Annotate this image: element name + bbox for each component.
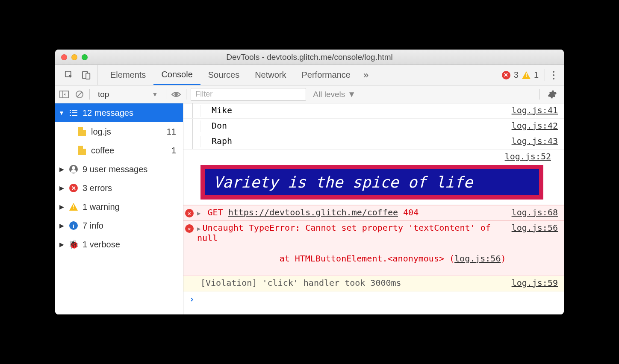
live-expression-icon[interactable]: [171, 90, 182, 99]
source-link[interactable]: log.js:56: [512, 223, 560, 233]
traffic-lights: [55, 54, 88, 60]
filter-input[interactable]: [191, 88, 306, 101]
source-link[interactable]: log.js:42: [512, 120, 560, 131]
divider: [545, 69, 545, 81]
request-url[interactable]: https://devtools.glitch.me/coffee: [228, 207, 398, 217]
list-icon: [69, 109, 78, 116]
devtools-window: DevTools - devtools.glitch.me/console/lo…: [55, 50, 564, 314]
console-filter-bar: top ▼ All levels ▼: [55, 85, 564, 103]
sidebar-file-coffee[interactable]: coffee 1: [55, 141, 183, 160]
svg-rect-2: [86, 73, 90, 79]
expand-icon[interactable]: ▶: [197, 210, 200, 217]
chevron-down-icon: ▼: [348, 90, 356, 99]
caret-right-icon: ▶: [59, 241, 65, 248]
log-levels-selector[interactable]: All levels ▼: [310, 90, 358, 99]
source-link[interactable]: log.js:68: [512, 207, 560, 217]
bug-icon: 🐞: [69, 239, 78, 250]
close-button[interactable]: [61, 54, 67, 60]
caret-right-icon: ▶: [59, 166, 65, 173]
styled-log-text: Variety is the spice of life: [200, 165, 543, 200]
sidebar-all-messages[interactable]: ▼ 12 messages: [55, 103, 183, 122]
log-text: Raph: [200, 136, 512, 146]
maximize-button[interactable]: [82, 54, 88, 60]
info-icon: i: [69, 221, 78, 230]
log-row[interactable]: Don log.js:42: [183, 119, 564, 134]
levels-label: All levels: [313, 90, 345, 99]
tab-performance[interactable]: Performance: [294, 65, 359, 85]
log-row[interactable]: Mike log.js:41: [183, 103, 564, 119]
tab-network[interactable]: Network: [247, 65, 294, 85]
error-badge-icon[interactable]: ✕: [502, 71, 510, 79]
sidebar-warnings[interactable]: ▶ 1 warning: [55, 197, 183, 216]
divider: [186, 89, 186, 100]
error-message: Uncaught TypeError: Cannot set property …: [197, 223, 491, 243]
sidebar-info[interactable]: ▶ i 7 info: [55, 216, 183, 235]
chevron-down-icon: ▼: [152, 91, 158, 98]
sidebar-errors[interactable]: ▶ ✕ 3 errors: [55, 179, 183, 197]
stack-source-link[interactable]: log.js:56: [454, 253, 501, 264]
file-icon: [77, 146, 87, 155]
divider: [539, 89, 540, 100]
caret-right-icon: ▶: [59, 185, 65, 191]
caret-right-icon: ▶: [59, 222, 65, 229]
error-icon: ✕: [185, 224, 194, 233]
kebab-menu-icon[interactable]: [547, 71, 560, 79]
caret-right-icon: ▶: [59, 203, 65, 210]
svg-point-7: [175, 93, 177, 96]
console-output: Mike log.js:41 Don log.js:42 Raph log.js…: [183, 103, 564, 314]
source-link[interactable]: log.js:43: [512, 136, 560, 146]
context-label: top: [98, 90, 109, 99]
sidebar-file-logjs[interactable]: log.js 11: [55, 122, 183, 141]
main-split: ▼ 12 messages log.js 11 coffee 1: [55, 103, 564, 314]
inspect-element-icon[interactable]: [65, 70, 74, 80]
toolbar: Elements Console Sources Network Perform…: [55, 65, 564, 85]
titlebar: DevTools - devtools.glitch.me/console/lo…: [55, 50, 564, 65]
tabs-overflow-icon[interactable]: »: [358, 70, 374, 81]
source-link[interactable]: log.js:41: [512, 105, 560, 115]
log-row-styled[interactable]: log.js:52 Variety is the spice of life: [183, 150, 564, 205]
caret-down-icon: ▼: [59, 109, 65, 116]
log-text: Don: [200, 120, 512, 131]
sidebar-user-messages[interactable]: ▶ 9 user messages: [55, 160, 183, 179]
warning-count: 1: [534, 70, 539, 80]
tab-elements[interactable]: Elements: [103, 65, 153, 85]
log-row[interactable]: Raph log.js:43: [183, 134, 564, 150]
panel-tabs: Elements Console Sources Network Perform…: [97, 65, 374, 85]
error-icon: ✕: [185, 209, 194, 217]
log-text: Mike: [200, 105, 512, 115]
window-title: DevTools - devtools.glitch.me/console/lo…: [55, 53, 564, 62]
file-icon: [77, 127, 87, 136]
expand-icon[interactable]: ▶: [197, 225, 200, 232]
error-count: 3: [514, 70, 519, 80]
warning-icon: [69, 203, 78, 211]
sidebar-verbose[interactable]: ▶ 🐞 1 verbose: [55, 235, 183, 254]
execution-context-selector[interactable]: top ▼: [94, 89, 162, 100]
log-row-violation[interactable]: [Violation] 'click' handler took 3000ms …: [183, 276, 564, 291]
http-status: 404: [403, 207, 419, 217]
clear-console-icon[interactable]: [74, 89, 85, 100]
tab-console[interactable]: Console: [153, 65, 200, 85]
sidebar-toggle-icon[interactable]: [59, 89, 70, 100]
svg-line-6: [77, 92, 82, 97]
device-toggle-icon[interactable]: [82, 70, 91, 80]
violation-text: [Violation] 'click' handler took 3000ms: [195, 278, 512, 288]
error-icon: ✕: [69, 184, 78, 192]
tab-sources[interactable]: Sources: [200, 65, 247, 85]
log-row-typeerror[interactable]: ✕ ▶Uncaught TypeError: Cannot set proper…: [183, 220, 564, 276]
http-method: GET: [207, 207, 223, 217]
minimize-button[interactable]: [71, 54, 77, 60]
source-link[interactable]: log.js:59: [512, 278, 560, 288]
settings-gear-icon[interactable]: [544, 89, 560, 99]
stack-frame: at HTMLButtonElement.<anonymous> (: [259, 253, 455, 264]
divider: [89, 89, 90, 100]
user-icon: [69, 165, 78, 173]
console-sidebar: ▼ 12 messages log.js 11 coffee 1: [55, 103, 183, 314]
warning-badge-icon[interactable]: [522, 71, 531, 79]
source-link[interactable]: log.js:52: [505, 151, 554, 161]
console-prompt[interactable]: ›: [183, 291, 564, 307]
log-row-network-error[interactable]: ✕ ▶ GET https://devtools.glitch.me/coffe…: [183, 205, 564, 220]
divider: [166, 89, 166, 100]
status-badges: ✕ 3 1: [502, 70, 543, 80]
